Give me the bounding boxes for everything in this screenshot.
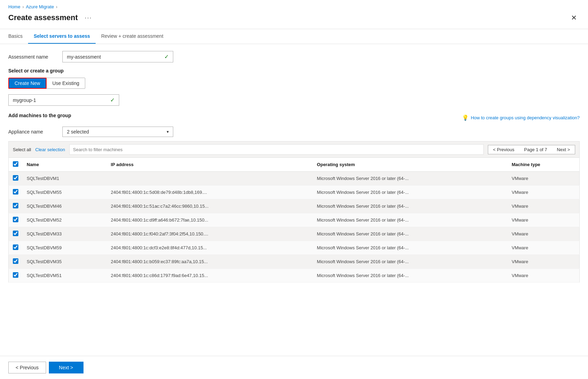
cell-name: SQLTestDBVM55	[23, 186, 107, 199]
page-title: Create assessment	[8, 13, 78, 22]
row-checkbox[interactable]	[13, 189, 18, 195]
row-checkbox[interactable]	[13, 258, 18, 264]
title-row: Create assessment ···	[8, 13, 95, 23]
cell-ip: 2404:f801:4800:1c:c86d:1797:f9ad:6e47,10…	[107, 269, 313, 283]
machines-table: Name IP address Operating system Machine…	[8, 157, 580, 283]
dropdown-arrow-icon: ▾	[167, 129, 169, 134]
cell-type: VMware	[508, 199, 580, 213]
cell-type: VMware	[508, 172, 580, 186]
group-name-check-icon: ✓	[110, 97, 115, 103]
th-checkbox	[9, 158, 23, 172]
table-header-row: Name IP address Operating system Machine…	[9, 158, 580, 172]
bulb-icon: 💡	[462, 114, 469, 121]
dependency-link[interactable]: 💡 How to create groups using dependency …	[462, 114, 580, 121]
cell-type: VMware	[508, 241, 580, 255]
tab-basics[interactable]: Basics	[8, 29, 28, 44]
group-name-field[interactable]: mygroup-1 ✓	[8, 94, 119, 106]
bottom-toolbar: < Previous Next >	[0, 356, 588, 379]
cell-os: Microsoft Windows Server 2016 or later (…	[313, 172, 508, 186]
breadcrumb-home[interactable]: Home	[8, 4, 20, 9]
dependency-link-text: How to create groups using dependency vi…	[471, 115, 580, 120]
cell-os: Microsoft Windows Server 2016 or later (…	[313, 269, 508, 283]
table-row: SQLTestDBVM462404:f801:4800:1c:51ac:c7a2…	[9, 199, 580, 213]
bottom-next-button[interactable]: Next >	[49, 362, 84, 373]
cell-name: SQLTestDBVM59	[23, 241, 107, 255]
page-container: Home › Azure Migrate › Create assessment…	[0, 0, 588, 379]
table-row: SQLTestDBVM512404:f801:4800:1c:c86d:1797…	[9, 269, 580, 283]
cell-type: VMware	[508, 186, 580, 199]
select-all-text[interactable]: Select all	[13, 147, 31, 152]
cell-os: Microsoft Windows Server 2016 or later (…	[313, 186, 508, 199]
more-options-button[interactable]: ···	[82, 13, 95, 23]
group-section-title: Select or create a group	[8, 68, 580, 74]
cell-name: SQLTestDBVM1	[23, 172, 107, 186]
cell-os: Microsoft Windows Server 2016 or later (…	[313, 227, 508, 241]
cell-os: Microsoft Windows Server 2016 or later (…	[313, 213, 508, 227]
row-checkbox[interactable]	[13, 231, 18, 236]
use-existing-button[interactable]: Use Existing	[46, 78, 85, 89]
row-checkbox[interactable]	[13, 217, 18, 222]
cell-name: SQLTestDBVM46	[23, 199, 107, 213]
cell-ip: 2404:f801:4800:1c:b059:ec37:89fc:aa7a,10…	[107, 255, 313, 269]
row-checkbox[interactable]	[13, 272, 18, 278]
table-toolbar: Select all Clear selection < Previous Pa…	[8, 141, 580, 157]
cell-os: Microsoft Windows Server 2016 or later (…	[313, 241, 508, 255]
breadcrumb-azure-migrate[interactable]: Azure Migrate	[26, 4, 54, 9]
table-prev-button[interactable]: < Previous	[488, 145, 519, 154]
cell-type: VMware	[508, 255, 580, 269]
cell-ip: 2404:f801:4800:1c:51ac:c7a2:46cc:9860,10…	[107, 199, 313, 213]
breadcrumb-sep-2: ›	[56, 5, 58, 9]
table-row: SQLTestDBVM332404:f801:4800:1c:f040:2af7…	[9, 227, 580, 241]
group-button-row: Create New Use Existing	[8, 78, 580, 89]
cell-name: SQLTestDBVM33	[23, 227, 107, 241]
cell-name: SQLTestDBVM35	[23, 255, 107, 269]
appliance-dropdown[interactable]: 2 selected ▾	[62, 127, 173, 137]
tab-review-create[interactable]: Review + create assessment	[96, 29, 169, 44]
cell-type: VMware	[508, 213, 580, 227]
page-header: Create assessment ··· ✕	[0, 11, 588, 29]
create-new-button[interactable]: Create New	[8, 78, 46, 89]
search-filter-input[interactable]	[69, 144, 484, 155]
clear-selection-button[interactable]: Clear selection	[35, 147, 65, 152]
add-machines-row: Add machines to the group 💡 How to creat…	[8, 113, 580, 122]
th-machine-type: Machine type	[508, 158, 580, 172]
bottom-prev-button[interactable]: < Previous	[8, 362, 46, 373]
th-ip: IP address	[107, 158, 313, 172]
assessment-name-row: Assessment name my-assessment ✓	[8, 51, 580, 62]
assessment-name-value: my-assessment	[67, 54, 161, 60]
select-all-checkbox[interactable]	[13, 161, 18, 167]
table-next-button[interactable]: Next >	[552, 145, 575, 154]
table-row: SQLTestDBVM1Microsoft Windows Server 201…	[9, 172, 580, 186]
breadcrumb: Home › Azure Migrate ›	[0, 0, 588, 11]
th-os: Operating system	[313, 158, 508, 172]
cell-name: SQLTestDBVM51	[23, 269, 107, 283]
tab-select-servers[interactable]: Select servers to assess	[28, 29, 96, 44]
close-button[interactable]: ✕	[568, 12, 580, 23]
assessment-name-field[interactable]: my-assessment ✓	[62, 51, 173, 62]
tabs-container: Basics Select servers to assess Review +…	[0, 29, 588, 44]
row-checkbox[interactable]	[13, 244, 18, 250]
cell-name: SQLTestDBVM52	[23, 213, 107, 227]
group-name-value: mygroup-1	[13, 97, 110, 103]
appliance-row: Appliance name 2 selected ▾	[8, 127, 580, 137]
table-row: SQLTestDBVM552404:f801:4800:1c:5d08:de79…	[9, 186, 580, 199]
cell-os: Microsoft Windows Server 2016 or later (…	[313, 255, 508, 269]
cell-ip: 2404:f801:4800:1c:5d08:de79:d48b:1db8,16…	[107, 186, 313, 199]
appliance-selected-value: 2 selected	[67, 129, 167, 135]
cell-ip	[107, 172, 313, 186]
main-content: Assessment name my-assessment ✓ Select o…	[0, 44, 588, 356]
table-row: SQLTestDBVM592404:f801:4800:1c:dcf3:e2e8…	[9, 241, 580, 255]
breadcrumb-sep-1: ›	[23, 5, 24, 9]
appliance-label: Appliance name	[8, 129, 57, 135]
add-machines-title: Add machines to the group	[8, 113, 71, 118]
row-checkbox[interactable]	[13, 203, 18, 208]
pagination-controls: < Previous Page 1 of 7 Next >	[488, 145, 575, 154]
assessment-name-label: Assessment name	[8, 54, 57, 60]
row-checkbox[interactable]	[13, 175, 18, 181]
cell-type: VMware	[508, 227, 580, 241]
th-name: Name	[23, 158, 107, 172]
pagination-info: Page 1 of 7	[519, 145, 552, 154]
cell-ip: 2404:f801:4800:1c:d9ff:a646:b672:7fae,10…	[107, 213, 313, 227]
table-row: SQLTestDBVM522404:f801:4800:1c:d9ff:a646…	[9, 213, 580, 227]
cell-type: VMware	[508, 269, 580, 283]
